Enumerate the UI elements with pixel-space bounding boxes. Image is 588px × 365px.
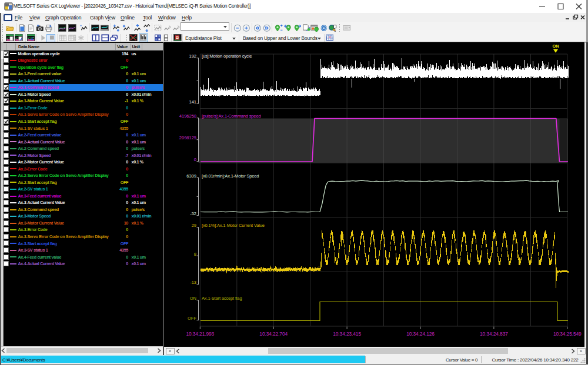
svg-text:[pulse/s]:Ax.1-Command speed: [pulse/s]:Ax.1-Command speed [202,113,260,119]
svg-text:[x0.1%]:Ax.1-Motor Current Val: [x0.1%]:Ax.1-Motor Current Value [202,223,265,228]
svg-text:ON: ON [190,296,196,301]
svg-text:4196250: 4196250 [179,113,196,119]
svg-text:-13: -13 [190,280,196,285]
svg-text:10:34:24.837: 10:34:24.837 [480,331,508,337]
svg-text:10:34:22.704: 10:34:22.704 [259,331,288,337]
svg-text:[us]:Motion operation cycle: [us]:Motion operation cycle [202,53,252,59]
svg-text:[x0.01r/min]:Ax.1-Motor Speed: [x0.01r/min]:Ax.1-Motor Speed [202,173,259,179]
svg-text:10:34:24.126: 10:34:24.126 [406,331,435,337]
svg-text:29: 29 [192,223,196,228]
svg-text:Ax.1-Start accept flag: Ax.1-Start accept flag [202,296,242,301]
svg-text:OFF: OFF [188,316,196,321]
svg-text:192: 192 [189,53,196,59]
svg-text:10:34:21.993: 10:34:21.993 [186,331,214,337]
svg-text:10:34:25.549: 10:34:25.549 [553,331,582,337]
svg-text:0: 0 [194,157,196,162]
svg-text:141: 141 [189,99,196,105]
svg-text:6309: 6309 [186,173,196,179]
svg-text:8: 8 [194,252,196,257]
svg-text:2098125: 2098125 [179,135,196,140]
svg-text:ON: ON [552,43,559,49]
svg-text:-52: -52 [190,211,196,216]
svg-text:10:34:23.415: 10:34:23.415 [333,331,361,337]
